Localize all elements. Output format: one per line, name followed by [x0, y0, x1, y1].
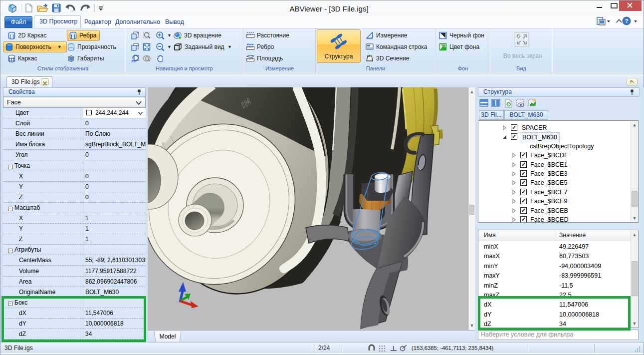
svg-text:?: ? — [625, 18, 629, 24]
svg-text:35°: 35° — [131, 59, 137, 63]
